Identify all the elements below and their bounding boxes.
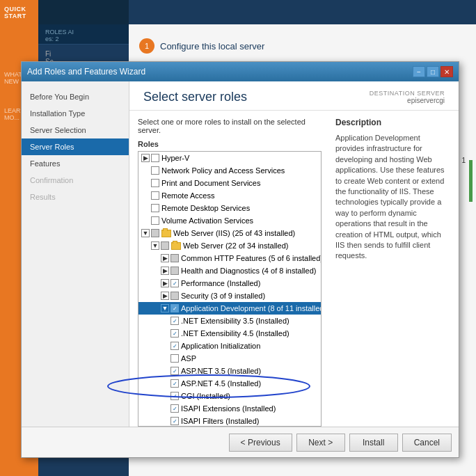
- status-indicator: [469, 160, 473, 202]
- checkbox-health[interactable]: [170, 267, 179, 275]
- tree-item-app-dev[interactable]: ▼ ✓ Application Development (8 of 11 ins…: [138, 302, 321, 315]
- checkbox-hyperv[interactable]: [151, 154, 159, 162]
- nav-item-server-roles[interactable]: Server Roles: [22, 138, 129, 155]
- nav-item-before-you-begin[interactable]: Before You Begin: [22, 88, 129, 105]
- checkbox-aspnet35[interactable]: ✓: [170, 367, 179, 375]
- tree-item-aspnet35[interactable]: ✓ ASP.NET 3.5 (Installed): [138, 365, 321, 377]
- nav-item-confirmation: Confirmation: [22, 172, 129, 189]
- nav-item-server-selection[interactable]: Server Selection: [22, 122, 129, 138]
- folder-icon-webserver-iis: [161, 230, 171, 237]
- tree-item-volume-activation[interactable]: Volume Activation Services: [138, 214, 321, 227]
- checkbox-webserver[interactable]: [161, 241, 169, 250]
- checkbox-isapi-ext[interactable]: ✓: [170, 404, 179, 413]
- tree-item-webserver-iis[interactable]: ▼ Web Server (IIS) (25 of 43 installed): [138, 227, 321, 239]
- label-print: Print and Document Services: [161, 179, 260, 187]
- checkbox-cgi[interactable]: ✓: [170, 392, 179, 400]
- checkbox-webserver-iis[interactable]: [151, 229, 159, 237]
- label-webserver-iis: Web Server (IIS) (25 of 43 installed): [173, 229, 295, 237]
- tree-item-net35[interactable]: ✓ .NET Extensibility 3.5 (Installed): [138, 315, 321, 327]
- tree-item-common-http[interactable]: ▶ Common HTTP Features (5 of 6 installed…: [138, 252, 321, 264]
- task-num-1: 1: [139, 38, 154, 54]
- wizard-title: Add Roles and Features Wizard: [27, 67, 145, 77]
- tree-item-isapi-filters[interactable]: ✓ ISAPI Filters (Installed): [138, 415, 321, 427]
- wizard-title-buttons[interactable]: − □ ✕: [413, 66, 453, 77]
- tree-item-net45ext[interactable]: ✓ .NET Extensibility 4.5 (Installed): [138, 327, 321, 340]
- label-remote-desktop: Remote Desktop Services: [161, 204, 250, 212]
- label-asp: ASP: [181, 354, 196, 363]
- expander-app-dev[interactable]: ▼: [161, 304, 169, 312]
- tree-item-isapi-ext[interactable]: ✓ ISAPI Extensions (Installed): [138, 402, 321, 415]
- label-network-policy: Network Policy and Access Services: [161, 166, 285, 175]
- expander-webserver-iis[interactable]: ▼: [141, 229, 150, 237]
- label-isapi-ext: ISAPI Extensions (Installed): [181, 404, 276, 413]
- wizard-footer: < Previous Next > Install Cancel: [22, 427, 459, 457]
- top-bar: [129, 0, 476, 24]
- checkbox-security[interactable]: [170, 292, 179, 300]
- roles-panel: Select one or more roles to install on t…: [129, 118, 330, 427]
- instruction-text: Select one or more roles to install on t…: [138, 118, 322, 134]
- tree-item-print[interactable]: Print and Document Services: [138, 177, 321, 189]
- previous-button[interactable]: < Previous: [229, 434, 292, 452]
- checkbox-common-http[interactable]: [170, 254, 179, 262]
- checkbox-app-dev[interactable]: ✓: [170, 304, 179, 312]
- destination-server-name: episervercgi: [370, 97, 445, 104]
- checkbox-network-policy[interactable]: [151, 166, 159, 175]
- next-button[interactable]: Next >: [296, 434, 345, 452]
- label-remote-access: Remote Access: [161, 191, 214, 200]
- checkbox-app-init[interactable]: ✓: [170, 342, 179, 350]
- label-security: Security (3 of 9 installed): [181, 292, 265, 300]
- roles-label: Roles: [138, 140, 322, 148]
- label-app-init: Application Initialization: [181, 342, 260, 350]
- description-panel: Description Application Development prov…: [330, 118, 459, 427]
- tree-item-asp[interactable]: ASP: [138, 352, 321, 365]
- label-aspnet45: ASP.NET 4.5 (Installed): [181, 379, 261, 388]
- minimize-button[interactable]: −: [413, 66, 425, 77]
- checkbox-volume-activation[interactable]: [151, 216, 159, 225]
- wizard-content-area: Select one or more roles to install on t…: [129, 111, 459, 427]
- quick-start-label: QUICKSTART: [0, 0, 38, 25]
- wizard-body: Before You Begin Installation Type Serve…: [22, 81, 459, 427]
- expander-health[interactable]: ▶: [161, 267, 169, 275]
- wizard-dialog: Add Roles and Features Wizard − □ ✕ Befo…: [21, 61, 459, 458]
- checkbox-remote-access[interactable]: [151, 191, 159, 200]
- tree-item-remote-access[interactable]: Remote Access: [138, 189, 321, 202]
- expander-common-http[interactable]: ▶: [161, 254, 169, 262]
- label-hyperv: Hyper-V: [161, 154, 189, 162]
- checkbox-isapi-filters[interactable]: ✓: [170, 417, 179, 425]
- label-app-dev: Application Development (8 of 11 install…: [181, 304, 322, 312]
- cancel-button[interactable]: Cancel: [402, 434, 452, 452]
- tree-item-hyperv[interactable]: ▶ Hyper-V: [138, 152, 321, 164]
- expander-hyperv[interactable]: ▶: [141, 154, 150, 162]
- checkbox-net35[interactable]: ✓: [170, 317, 179, 325]
- expander-security[interactable]: ▶: [161, 292, 169, 300]
- tree-item-cgi[interactable]: ✓ CGI (Installed): [138, 390, 321, 402]
- install-button[interactable]: Install: [349, 434, 398, 452]
- expander-performance[interactable]: ▶: [161, 279, 169, 287]
- roles-tree[interactable]: ▶ Hyper-V Network Policy and Access Serv…: [138, 151, 322, 427]
- checkbox-remote-desktop[interactable]: [151, 204, 159, 212]
- checkbox-aspnet45[interactable]: ✓: [170, 379, 179, 388]
- description-title: Description: [335, 118, 450, 127]
- checkbox-print[interactable]: [151, 179, 159, 187]
- tree-item-health[interactable]: ▶ Health and Diagnostics (4 of 8 install…: [138, 264, 321, 277]
- tree-item-aspnet45[interactable]: ✓ ASP.NET 4.5 (Installed): [138, 377, 321, 390]
- checkbox-asp[interactable]: [170, 354, 179, 363]
- tree-item-app-init[interactable]: ✓ Application Initialization: [138, 340, 321, 352]
- tree-item-remote-desktop[interactable]: Remote Desktop Services: [138, 202, 321, 214]
- nav-item-features[interactable]: Features: [22, 155, 129, 172]
- expander-webserver[interactable]: ▼: [151, 241, 159, 250]
- maximize-button[interactable]: □: [427, 66, 439, 77]
- task-item-1: 1 Configure this local server: [139, 38, 466, 54]
- wizard-page-title: Select server roles: [143, 90, 247, 104]
- tree-item-security[interactable]: ▶ Security (3 of 9 installed): [138, 289, 321, 302]
- roles-ai-header: ROLES AIes: 2: [38, 24, 129, 45]
- close-button[interactable]: ✕: [441, 66, 453, 77]
- sidebar-top-bar: [38, 0, 129, 24]
- nav-item-results: Results: [22, 189, 129, 205]
- checkbox-performance[interactable]: ✓: [170, 279, 179, 287]
- checkbox-net45ext[interactable]: ✓: [170, 329, 179, 338]
- tree-item-network-policy[interactable]: Network Policy and Access Services: [138, 164, 321, 177]
- nav-item-installation-type[interactable]: Installation Type: [22, 105, 129, 122]
- tree-item-webserver[interactable]: ▼ Web Server (22 of 34 installed): [138, 239, 321, 252]
- tree-item-performance[interactable]: ▶ ✓ Performance (Installed): [138, 277, 321, 289]
